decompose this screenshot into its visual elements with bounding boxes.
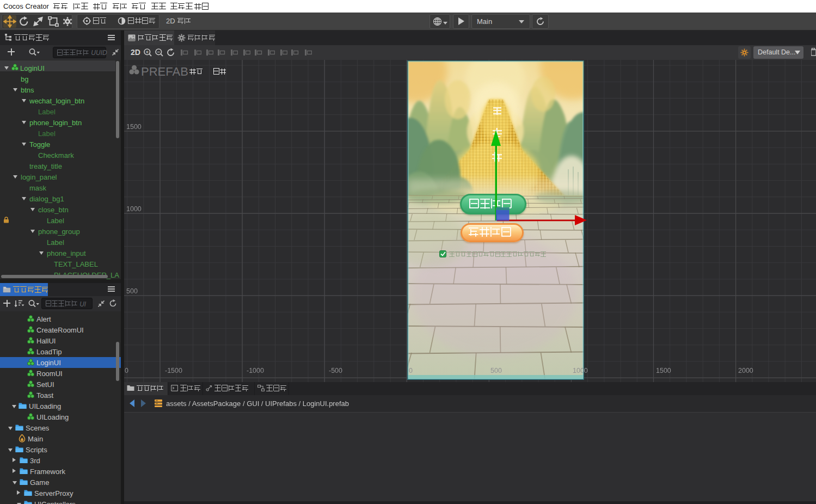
svg-text:+: + <box>146 49 149 55</box>
svg-text:−: − <box>157 49 161 55</box>
